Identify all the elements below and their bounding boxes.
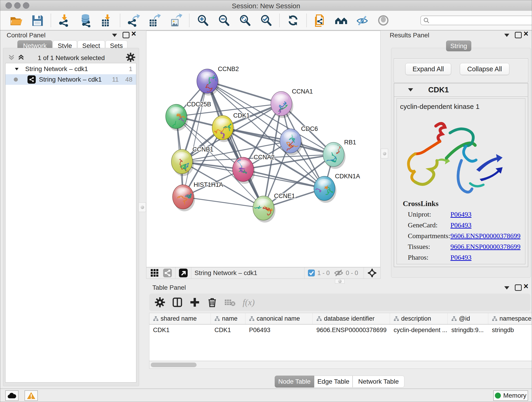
table-horizontal-scrollbar[interactable] bbox=[149, 361, 532, 369]
search-input[interactable] bbox=[430, 17, 527, 24]
delete-column-icon[interactable] bbox=[207, 297, 217, 307]
separator bbox=[175, 268, 176, 279]
column-header-canonical-name[interactable]: canonical name bbox=[245, 313, 313, 324]
tab-network-table[interactable]: Network Table bbox=[353, 376, 404, 388]
tab-node-table[interactable]: Node Table bbox=[275, 376, 314, 388]
tab-edge-table[interactable]: Edge Table bbox=[314, 376, 353, 388]
table-row[interactable]: CDK1CDK1P064939606.ENSP00000378699cyclin… bbox=[149, 325, 532, 336]
export-view-icon[interactable] bbox=[179, 268, 188, 278]
cloud-status-button[interactable] bbox=[5, 390, 19, 401]
network-view-title: String Network – cdk1 bbox=[195, 269, 257, 277]
node-gloss bbox=[236, 160, 250, 168]
left-splitter-grip[interactable] bbox=[139, 202, 146, 212]
show-columns-icon[interactable] bbox=[172, 297, 183, 307]
table-cell: stringdb bbox=[488, 325, 532, 336]
open-session-icon[interactable] bbox=[9, 13, 23, 27]
crosslink-link[interactable]: P06493 bbox=[450, 211, 472, 218]
collapse-all-networks-icon[interactable] bbox=[7, 53, 15, 61]
table-panel-close-icon[interactable]: × bbox=[524, 283, 528, 289]
table-panel-float-icon[interactable] bbox=[515, 284, 522, 291]
export-table-icon[interactable] bbox=[148, 13, 162, 27]
save-session-icon[interactable] bbox=[31, 13, 44, 27]
control-panel-float-icon[interactable] bbox=[123, 32, 129, 38]
scrollbar-thumb[interactable] bbox=[151, 363, 196, 367]
import-table-icon[interactable] bbox=[100, 13, 114, 27]
delete-table-icon[interactable] bbox=[224, 298, 236, 307]
gene-section-header[interactable]: CDK1 bbox=[394, 83, 528, 97]
network-edge-CCNA2-CDKN1A[interactable] bbox=[243, 169, 324, 188]
network-canvas[interactable]: CCNB2CCNA1CDC25BCDK1CDC6RB1CCNB1CCNA2CDK… bbox=[146, 31, 380, 267]
crosslink-link[interactable]: P06493 bbox=[450, 221, 472, 229]
crosslink-row: Uniprot:P06493 bbox=[397, 211, 525, 221]
control-panel-close-icon[interactable]: × bbox=[131, 31, 136, 37]
show-panel-eye-icon[interactable] bbox=[376, 13, 390, 27]
tree-expander-icon[interactable] bbox=[14, 66, 19, 71]
network-selector-text: 1 of 1 Network selected bbox=[28, 54, 115, 62]
table-cell: stringdb:9... bbox=[448, 325, 488, 336]
memory-button[interactable]: Memory bbox=[493, 390, 528, 401]
crosslink-link[interactable]: P06493 bbox=[450, 254, 472, 261]
add-column-icon[interactable] bbox=[190, 297, 200, 307]
function-builder-icon[interactable]: f(x) bbox=[243, 297, 255, 307]
column-header-description[interactable]: description bbox=[390, 313, 448, 324]
gene-collapse-icon[interactable] bbox=[408, 88, 413, 91]
warning-status-button[interactable] bbox=[25, 390, 38, 401]
expand-all-networks-icon[interactable] bbox=[17, 53, 25, 61]
collapse-all-button[interactable]: Collapse All bbox=[460, 63, 509, 75]
toolbar-separator bbox=[120, 14, 120, 27]
crosslink-link[interactable]: 9606.ENSP00000378699 bbox=[450, 232, 520, 240]
column-header-shared-name[interactable]: shared name bbox=[149, 313, 211, 324]
table-settings-gear-icon[interactable] bbox=[155, 297, 165, 307]
crosslink-row: GeneCard:P06493 bbox=[397, 221, 525, 232]
table-cell: P06493 bbox=[245, 325, 313, 336]
network-row-selected[interactable]: String Network – cdk1 11 48 bbox=[6, 74, 136, 85]
results-panel-float-icon[interactable] bbox=[515, 32, 522, 38]
network-share-icon[interactable] bbox=[163, 268, 172, 278]
gene-description: cyclin-dependent kinase 1 bbox=[400, 103, 480, 110]
export-image-icon[interactable] bbox=[169, 13, 183, 27]
selected-checkbox-icon[interactable] bbox=[308, 269, 315, 277]
hide-panel-eye-icon[interactable] bbox=[355, 13, 369, 27]
import-database-icon[interactable] bbox=[79, 13, 92, 27]
refresh-icon[interactable] bbox=[286, 13, 300, 27]
expand-all-button[interactable]: Expand All bbox=[405, 63, 451, 75]
share-session-icon[interactable] bbox=[313, 13, 327, 27]
network-edge-HIST1H1A-CCNE1[interactable] bbox=[183, 197, 264, 208]
results-panel-title: Results Panel bbox=[390, 32, 429, 39]
table-cell: 9606.ENSP00000378699 bbox=[313, 325, 390, 336]
column-header--id[interactable]: @id bbox=[448, 313, 488, 324]
results-panel-close-icon[interactable]: × bbox=[524, 31, 528, 37]
node-label-CDK1: CDK1 bbox=[233, 112, 250, 119]
zoom-fit-icon[interactable] bbox=[238, 13, 252, 27]
bottom-splitter-grip[interactable] bbox=[335, 279, 345, 283]
control-panel-menu-icon[interactable] bbox=[112, 34, 117, 37]
hidden-eye-icon[interactable] bbox=[334, 269, 343, 277]
network-overview-icon[interactable] bbox=[334, 13, 348, 27]
crosslinks-title: CrossLinks bbox=[403, 199, 438, 208]
import-network-icon[interactable] bbox=[57, 13, 71, 27]
pan-crosshair-icon[interactable] bbox=[367, 268, 377, 278]
column-attribute-icon bbox=[394, 316, 399, 321]
zoom-selected-icon[interactable] bbox=[259, 13, 273, 27]
network-options-gear-icon[interactable] bbox=[126, 52, 135, 62]
selected-counts: 1 - 0 bbox=[317, 269, 330, 277]
main-toolbar: ? bbox=[0, 11, 532, 31]
network-collection-row[interactable]: String Network – cdk1 1 bbox=[6, 64, 136, 74]
column-header-namespace[interactable]: namespace bbox=[488, 313, 532, 324]
column-header-database-identifier[interactable]: database identifier bbox=[313, 313, 390, 324]
tab-string-results[interactable]: String bbox=[446, 41, 471, 51]
network-edge-CCNB2-HIST1H1A[interactable] bbox=[183, 81, 207, 197]
table-panel-menu-icon[interactable] bbox=[504, 286, 509, 289]
crosslink-link[interactable]: 9606.ENSP00000378699 bbox=[450, 243, 520, 250]
zoom-in-icon[interactable] bbox=[196, 13, 210, 27]
export-network-icon[interactable] bbox=[127, 13, 140, 27]
network-edge-CCNB2-CCNE1[interactable] bbox=[207, 81, 264, 208]
results-panel-menu-icon[interactable] bbox=[504, 34, 509, 37]
column-header-name[interactable]: name bbox=[211, 313, 245, 324]
birds-eye-view-icon[interactable] bbox=[150, 268, 159, 278]
right-splitter-grip[interactable] bbox=[381, 149, 388, 158]
network-node-count: 11 bbox=[112, 76, 119, 83]
network-type-icon bbox=[27, 75, 36, 84]
zoom-out-icon[interactable] bbox=[217, 13, 231, 27]
search-field[interactable] bbox=[420, 16, 532, 25]
